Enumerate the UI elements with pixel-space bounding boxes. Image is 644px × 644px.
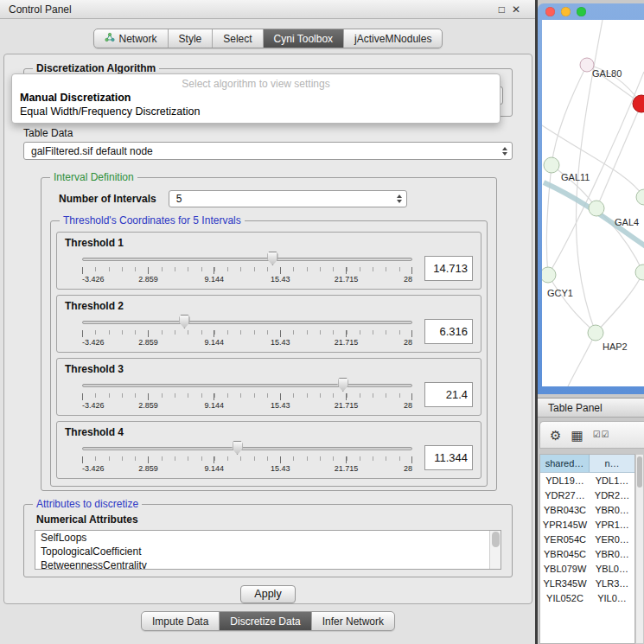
select-columns-icon[interactable]: ☑☑: [593, 430, 610, 439]
tab-network-label: Network: [119, 33, 157, 45]
table-panel-header[interactable]: Table Panel: [538, 398, 644, 418]
table-row[interactable]: YIL052CYIL0…: [540, 590, 634, 605]
slider-track[interactable]: [82, 384, 412, 387]
cell-shared-name: YBR043C: [540, 505, 590, 515]
tab-infer-network[interactable]: Infer Network: [312, 612, 394, 630]
table-row[interactable]: YBL079WYBL0…: [540, 561, 634, 576]
threshold-3-slider-thumb[interactable]: [337, 378, 348, 392]
close-traffic-light-icon[interactable]: [545, 7, 555, 16]
table-row[interactable]: YPR145WYPR1…: [540, 517, 634, 532]
tab-select[interactable]: Select: [213, 29, 263, 48]
threshold-2-value-field[interactable]: [424, 319, 473, 344]
table-row[interactable]: YBR043CYBR0…: [540, 502, 634, 517]
column-header-shared-name[interactable]: shared…: [540, 455, 590, 472]
tab-network[interactable]: Network: [94, 29, 169, 48]
menu-item-equal-width-frequency[interactable]: Equal Width/Frequency Discretization: [12, 105, 500, 118]
tab-style[interactable]: Style: [169, 29, 214, 48]
zoom-traffic-light-icon[interactable]: [577, 7, 586, 16]
table-scrollbar[interactable]: [635, 454, 644, 644]
algorithm-popup-hint: Select algorithm to view settings: [12, 77, 500, 91]
gear-icon[interactable]: ⚙: [550, 429, 561, 442]
threshold-4-slider-thumb[interactable]: [232, 441, 243, 455]
tick-label: 21.715: [335, 464, 359, 473]
tick-label: 28: [404, 401, 412, 410]
tab-discretize-data[interactable]: Discretize Data: [220, 612, 311, 630]
threshold-3-value-field[interactable]: [424, 382, 473, 407]
close-window-icon[interactable]: ✕: [512, 3, 520, 16]
number-of-intervals-row: Number of Intervals 5: [59, 190, 488, 207]
slider-track[interactable]: [82, 258, 412, 261]
network-icon: [105, 32, 115, 45]
list-item-betweennesscentrality[interactable]: BetweennessCentrality: [35, 558, 501, 570]
tab-impute-data[interactable]: Impute Data: [142, 612, 220, 630]
cyni-toolbox-panel: Discretization Algorithm Select algorith…: [3, 54, 532, 604]
table-row[interactable]: YDR27…YDR2…: [540, 488, 634, 502]
node-label-gal11[interactable]: GAL11: [561, 172, 590, 182]
tab-jactivemnodules[interactable]: jActiveMNodules: [344, 29, 442, 48]
table-data-value: galFiltered.sif default node: [31, 145, 153, 157]
table-row[interactable]: YLR345WYLR3…: [540, 576, 634, 590]
threshold-4-value-field[interactable]: [424, 445, 473, 470]
threshold-2-slider-thumb[interactable]: [179, 315, 190, 328]
apply-button[interactable]: Apply: [240, 585, 296, 603]
tab-infer-network-label: Infer Network: [322, 615, 384, 628]
control-panel-titlebar[interactable]: Control Panel □ ✕: [0, 0, 536, 19]
interval-definition-group: Interval Definition Number of Intervals …: [41, 177, 497, 491]
selected-red-node: [633, 95, 644, 112]
table-row[interactable]: YDL19…YDL1…: [540, 473, 634, 488]
tab-impute-data-label: Impute Data: [152, 615, 208, 628]
cell-shared-name: YPR145W: [540, 520, 590, 530]
table-panel-title: Table Panel: [548, 402, 603, 414]
scrollbar-thumb[interactable]: [637, 456, 642, 488]
cell-name: YLR3…: [590, 578, 634, 589]
threshold-2-slider[interactable]: -3.426 2.859 9.144 15.43 21.715 28: [82, 313, 412, 349]
attributes-list-scrollbar[interactable]: [489, 531, 501, 569]
right-panel: GAL80 GAL11 GAL4 GCY1 HAP2 Table Panel ⚙…: [535, 0, 644, 644]
tick-label: 28: [404, 338, 412, 347]
threshold-4-label: Threshold 4: [65, 426, 473, 438]
threshold-3-slider[interactable]: -3.426 2.859 9.144 15.43 21.715 28: [82, 376, 412, 412]
table-data-label: Table Data: [23, 127, 518, 139]
threshold-2-box: Threshold 2 -3.426 2.859 9.144 15.43: [56, 295, 481, 353]
slider-ticks: [82, 330, 412, 337]
threshold-1-slider[interactable]: -3.426 2.859 9.144 15.43 21.715 28: [82, 250, 412, 286]
tick-label: 2.859: [138, 275, 158, 284]
cell-shared-name: YIL052C: [540, 593, 590, 603]
menu-item-manual-discretization[interactable]: Manual Discretization: [12, 91, 500, 105]
threshold-1-slider-thumb[interactable]: [267, 252, 278, 265]
tick-label: 15.43: [271, 401, 290, 410]
number-of-intervals-select[interactable]: 5: [169, 190, 407, 207]
table-data-select[interactable]: galFiltered.sif default node: [23, 142, 513, 160]
list-item-topologicalcoefficient[interactable]: TopologicalCoefficient: [35, 545, 501, 558]
tick-label: 2.859: [138, 401, 158, 410]
node-label-gal80[interactable]: GAL80: [592, 68, 622, 79]
columns-icon[interactable]: ▦: [571, 429, 583, 442]
discretization-algorithm-group-title: Discretization Algorithm: [33, 62, 159, 74]
tick-label: -3.426: [82, 338, 105, 347]
network-canvas[interactable]: GAL80 GAL11 GAL4 GCY1 HAP2: [542, 20, 644, 386]
threshold-1-value-field[interactable]: [424, 256, 473, 281]
tab-cyni-toolbox[interactable]: Cyni Toolbox: [264, 29, 344, 48]
attributes-list: SelfLoops TopologicalCoefficient Between…: [35, 530, 501, 570]
control-panel-window: Control Panel □ ✕ Network Style Select C…: [0, 0, 536, 644]
cell-shared-name: YBL079W: [540, 564, 590, 574]
node-label-hap2[interactable]: HAP2: [603, 341, 628, 352]
node-label-gcy1[interactable]: GCY1: [547, 288, 573, 298]
table-row[interactable]: YBR045CYBR0…: [540, 546, 634, 561]
network-window-titlebar[interactable]: [538, 3, 644, 20]
column-header-name[interactable]: n…: [590, 455, 634, 472]
table-header-row: shared… n…: [540, 455, 634, 473]
table-row[interactable]: YER054CYER0…: [540, 532, 634, 546]
list-item-selfloops[interactable]: SelfLoops: [35, 531, 501, 545]
node-label-gal4[interactable]: GAL4: [615, 217, 639, 227]
float-window-icon[interactable]: □: [499, 3, 505, 16]
minimize-traffic-light-icon[interactable]: [561, 7, 571, 16]
threshold-3-label: Threshold 3: [65, 363, 473, 375]
slider-track[interactable]: [82, 321, 412, 324]
slider-ticks: [82, 393, 412, 400]
threshold-4-slider[interactable]: -3.426 2.859 9.144 15.43 21.715 28: [82, 439, 412, 475]
scrollbar-thumb[interactable]: [492, 532, 500, 547]
slider-track[interactable]: [82, 447, 412, 450]
tab-jactivemnodules-label: jActiveMNodules: [354, 33, 431, 45]
tick-label: -3.426: [82, 464, 105, 473]
